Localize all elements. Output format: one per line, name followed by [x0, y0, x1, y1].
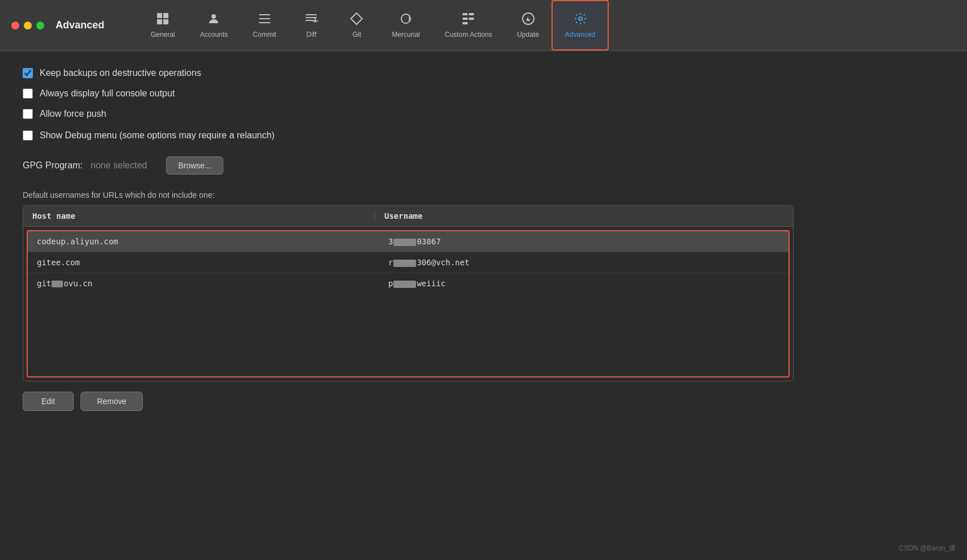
checkbox-keep-backups-label[interactable]: Keep backups on destructive operations [40, 68, 201, 78]
svg-rect-10 [306, 20, 313, 21]
svg-rect-12 [312, 20, 318, 22]
tab-update[interactable]: Update [504, 0, 552, 50]
checkbox-console-output-input[interactable] [23, 88, 33, 99]
tab-diff-label: Diff [307, 31, 317, 39]
svg-rect-6 [259, 18, 270, 19]
browse-button[interactable]: Browse... [166, 156, 223, 175]
close-button[interactable] [11, 22, 19, 29]
table-row[interactable]: codeup.aliyun.com 303867 [28, 231, 788, 252]
action-buttons: Edit Remove [23, 392, 944, 411]
checkbox-keep-backups-input[interactable] [23, 68, 33, 78]
main-content: Keep backups on destructive operations A… [0, 51, 967, 428]
tab-general-label: General [151, 31, 175, 39]
svg-rect-14 [469, 13, 474, 15]
checkbox-force-push-input[interactable] [23, 109, 33, 119]
titlebar: Advanced General Accounts [0, 0, 967, 51]
tab-git[interactable]: Git [334, 0, 379, 50]
svg-rect-9 [306, 17, 317, 18]
git-icon [350, 12, 363, 28]
advanced-icon [574, 12, 587, 28]
table-row[interactable]: gitee.com r306@vch.net [28, 252, 788, 273]
table-header-username: Username [375, 211, 793, 220]
tab-accounts[interactable]: Accounts [188, 0, 240, 50]
redacted-host-3 [52, 281, 63, 287]
svg-rect-13 [463, 13, 468, 15]
default-usernames-section: Default usernames for URLs which do not … [23, 190, 944, 411]
username-text-3: p [388, 279, 393, 288]
general-icon [156, 12, 169, 28]
username-suffix-1: 03867 [417, 237, 440, 246]
tab-general[interactable]: General [138, 0, 188, 50]
checkbox-console-output-label[interactable]: Always display full console output [40, 88, 175, 99]
redacted-block-2 [393, 260, 416, 267]
custom-actions-icon [461, 12, 475, 28]
remove-button[interactable]: Remove [80, 392, 143, 411]
update-icon [521, 12, 535, 28]
tab-commit[interactable]: Commit [240, 0, 289, 50]
svg-rect-17 [463, 22, 468, 24]
tab-mercurial-label: Mercurial [392, 31, 419, 39]
tab-accounts-label: Accounts [200, 31, 228, 39]
edit-button[interactable]: Edit [23, 392, 74, 411]
host-prefix-3: git [37, 279, 51, 288]
checkbox-force-push[interactable]: Allow force push [23, 109, 944, 119]
table-cell-host-1: codeup.aliyun.com [28, 237, 379, 246]
tab-custom-actions-label: Custom Actions [445, 31, 492, 39]
table-header: Host name Username [23, 206, 793, 227]
tab-custom-actions[interactable]: Custom Actions [432, 0, 504, 50]
commit-icon [258, 12, 272, 28]
host-suffix-3: ovu.cn [63, 279, 92, 288]
tab-git-label: Git [353, 31, 361, 39]
table-row[interactable]: gitovu.cn pweiiic [28, 273, 788, 294]
tab-diff[interactable]: Diff [289, 0, 334, 50]
table-cell-username-2: r306@vch.net [379, 258, 788, 267]
checkbox-debug-menu-input[interactable] [23, 130, 33, 141]
table-cell-username-3: pweiiic [379, 279, 788, 288]
svg-point-4 [211, 14, 216, 19]
checkbox-keep-backups[interactable]: Keep backups on destructive operations [23, 68, 944, 78]
footer-watermark: CSDN @Baron_潘 [899, 544, 956, 553]
tab-mercurial[interactable]: Mercurial [379, 0, 432, 50]
checkbox-console-output[interactable]: Always display full console output [23, 88, 944, 99]
table-header-host: Host name [23, 211, 375, 220]
svg-rect-8 [306, 14, 317, 15]
table-inner-wrapper: codeup.aliyun.com 303867 gitee.com r306@… [27, 230, 790, 377]
svg-rect-2 [157, 19, 162, 24]
accounts-icon [207, 12, 220, 28]
checkbox-debug-menu-label[interactable]: Show Debug menu (some options may requir… [40, 130, 274, 141]
gpg-label: GPG Program: [23, 160, 83, 171]
table-cell-host-2: gitee.com [28, 258, 379, 267]
username-suffix-2: 306@vch.net [417, 258, 469, 267]
usernames-table-container: Host name Username codeup.aliyun.com 303… [23, 205, 794, 381]
svg-rect-16 [469, 18, 474, 20]
username-suffix-3: weiiic [417, 279, 446, 288]
gpg-row: GPG Program: none selected Browse... [23, 156, 944, 175]
tab-advanced[interactable]: Advanced [552, 0, 609, 50]
table-cell-username-1: 303867 [379, 237, 788, 246]
svg-rect-1 [163, 13, 168, 18]
svg-rect-3 [163, 19, 168, 24]
username-text-1: 3 [388, 237, 393, 246]
maximize-button[interactable] [36, 22, 44, 29]
window-title: Advanced [56, 19, 104, 31]
svg-rect-0 [157, 13, 162, 18]
gpg-placeholder: none selected [91, 160, 147, 171]
table-cell-host-3: gitovu.cn [28, 279, 379, 288]
minimize-button[interactable] [24, 22, 32, 29]
svg-rect-7 [259, 22, 270, 23]
tab-advanced-label: Advanced [565, 31, 595, 39]
redacted-block-1 [393, 239, 416, 246]
mercurial-icon [399, 12, 413, 28]
checkbox-debug-menu[interactable]: Show Debug menu (some options may requir… [23, 130, 944, 141]
window-controls [11, 22, 44, 29]
redacted-block-3 [393, 281, 416, 288]
checkbox-force-push-label[interactable]: Allow force push [40, 109, 106, 119]
toolbar: General Accounts Commit [138, 0, 967, 50]
tab-update-label: Update [517, 31, 539, 39]
svg-point-20 [579, 17, 582, 20]
section-label: Default usernames for URLs which do not … [23, 190, 944, 200]
diff-icon [304, 12, 318, 28]
svg-rect-5 [259, 14, 270, 15]
username-text-2: r [388, 258, 393, 267]
svg-rect-15 [463, 18, 468, 20]
